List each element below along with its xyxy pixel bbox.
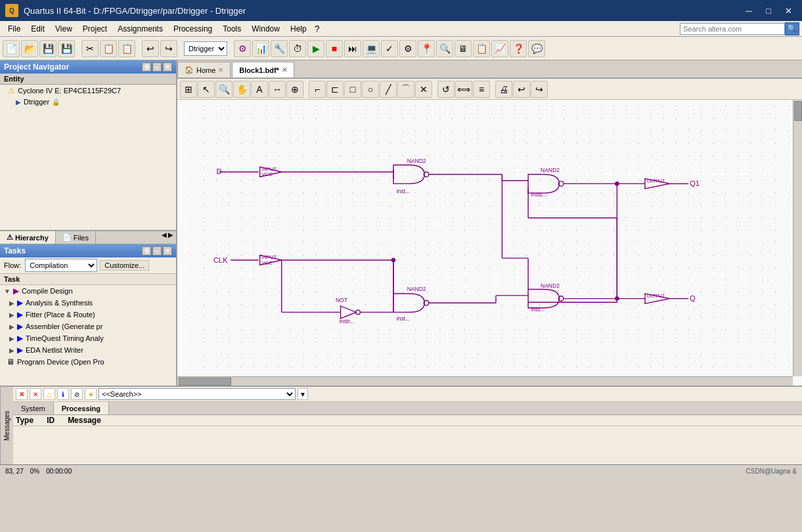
mirror-button[interactable]: ⟺ — [455, 81, 472, 98]
print-button[interactable]: 🖨 — [495, 81, 512, 98]
float-button[interactable]: ⎘ — [142, 62, 151, 72]
zoom-in-button[interactable]: 🔍 — [215, 81, 233, 98]
cut-button[interactable]: ✂ — [81, 40, 99, 57]
delete-button[interactable]: ✕ — [415, 81, 432, 98]
filter-info-button[interactable]: ℹ — [57, 388, 69, 400]
menu-tools[interactable]: Tools — [217, 23, 246, 35]
menu-assignments[interactable]: Assignments — [112, 23, 168, 35]
schematic-area[interactable]: D INPUT VCC CLK INPUT VCC — [177, 100, 802, 386]
tab-hierarchy[interactable]: ⚠ Hierarchy — [0, 231, 56, 244]
task-program-device[interactable]: 🖥 Program Device (Open Pro — [0, 356, 176, 368]
paste-button[interactable]: 📋 — [118, 40, 135, 57]
close-button[interactable]: ✕ — [780, 2, 797, 19]
menu-project[interactable]: Project — [78, 23, 112, 35]
menu-file[interactable]: File — [3, 23, 26, 35]
tasks-close-button[interactable]: ✕ — [163, 246, 172, 255]
fitter-button[interactable]: 🔧 — [271, 40, 288, 57]
global-search-input[interactable] — [680, 23, 785, 35]
corner-button[interactable]: ⌐ — [309, 81, 326, 98]
customize-button[interactable]: Customize... — [100, 260, 149, 271]
filter-error-button[interactable]: ✕ — [30, 388, 41, 400]
filter-star-button[interactable]: ★ — [85, 388, 97, 400]
filter-suppress-button[interactable]: ⊘ — [71, 388, 83, 400]
task-timequest[interactable]: ▶ ▶ TimeQuest Timing Analy — [0, 332, 176, 344]
redo-button[interactable]: ↪ — [160, 40, 177, 57]
settings-button[interactable]: ⚙ — [399, 40, 416, 57]
task-assembler[interactable]: ▶ ▶ Assembler (Generate pr — [0, 321, 176, 332]
block1-close-icon[interactable]: ✕ — [282, 66, 287, 74]
tooltip-button[interactable]: 💬 — [528, 40, 545, 57]
nav-next-icon[interactable]: ▶ — [168, 231, 173, 244]
min-panel-button[interactable]: ─ — [152, 62, 162, 72]
undo-button[interactable]: ↩ — [142, 40, 159, 57]
rtl-viewer-button[interactable]: 🔍 — [436, 40, 453, 57]
arc-button[interactable]: ⌒ — [397, 81, 414, 98]
reports-button[interactable]: 📈 — [491, 40, 508, 57]
menu-window[interactable]: Window — [246, 23, 285, 35]
new-file-button[interactable]: 📄 — [3, 40, 20, 57]
tab-system[interactable]: System — [13, 402, 54, 414]
task-eda-netlist[interactable]: ▶ ▶ EDA Netlist Writer — [0, 344, 176, 356]
save-button[interactable]: 💾 — [39, 40, 56, 57]
line-button[interactable]: ╱ — [380, 81, 397, 98]
close-panel-button[interactable]: ✕ — [163, 62, 172, 72]
tree-item-cyclone[interactable]: ⚠ Cyclone IV E: EP4CE115F29C7 — [0, 85, 176, 97]
horizontal-scrollbar[interactable] — [177, 376, 793, 386]
scrollbar-thumb-v[interactable] — [794, 101, 802, 121]
menu-edit[interactable]: Edit — [26, 23, 50, 35]
ellipse-button[interactable]: ○ — [362, 81, 379, 98]
message-search-dropdown[interactable]: <<Search>> — [99, 388, 296, 400]
maximize-button[interactable]: □ — [760, 2, 777, 19]
text-button[interactable]: A — [251, 81, 268, 98]
scrollbar-thumb-h[interactable] — [179, 378, 231, 386]
verify-button[interactable]: ✓ — [381, 40, 398, 57]
select-button[interactable]: ↖ — [198, 81, 215, 98]
stop-button[interactable]: ■ — [326, 40, 343, 57]
menu-view[interactable]: View — [50, 23, 78, 35]
pin-planner-button[interactable]: 📍 — [418, 40, 435, 57]
start-button[interactable]: ▶ — [307, 40, 324, 57]
search-button[interactable]: 🔍 — [785, 22, 799, 35]
bus-button[interactable]: ⊏ — [326, 81, 344, 98]
tasks-float-button[interactable]: ⎘ — [142, 246, 151, 255]
compile-button[interactable]: ⚙ — [234, 40, 251, 57]
tab-home[interactable]: 🏠 Home ✕ — [177, 62, 231, 78]
menu-help[interactable]: Help — [285, 23, 312, 35]
step-button[interactable]: ⏭ — [344, 40, 361, 57]
copy-button[interactable]: 📋 — [100, 40, 117, 57]
task-compile-design[interactable]: ▼ ▶ Compile Design — [0, 285, 176, 297]
analyze-button[interactable]: 📊 — [252, 40, 269, 57]
schematic-undo-button[interactable]: ↩ — [513, 81, 530, 98]
schematic-redo-button[interactable]: ↪ — [531, 81, 548, 98]
tab-block1[interactable]: Block1.bdf* ✕ — [232, 62, 294, 78]
tree-item-dtrigger[interactable]: ▶ Dtrigger 🔒 — [0, 97, 176, 107]
wire-button[interactable]: ↔ — [269, 81, 286, 98]
chip-planner-button[interactable]: 🖥 — [455, 40, 472, 57]
rotate-button[interactable]: ↺ — [437, 81, 455, 98]
filter-clear-button[interactable]: ✕ — [16, 388, 28, 400]
tab-files[interactable]: 📄 Files — [56, 231, 96, 244]
tab-processing[interactable]: Processing — [54, 402, 109, 414]
open-file-button[interactable]: 📂 — [21, 40, 38, 57]
project-dropdown[interactable]: Dtrigger — [184, 41, 227, 56]
timing-button[interactable]: ⏱ — [289, 40, 306, 57]
help-icon[interactable]: ? — [315, 24, 320, 34]
task-analysis-synthesis[interactable]: ▶ ▶ Analysis & Synthesis — [0, 297, 176, 309]
search-dropdown-btn[interactable]: ▼ — [298, 388, 308, 400]
fit-view-button[interactable]: ⊞ — [180, 81, 197, 98]
help-button[interactable]: ❓ — [510, 40, 527, 57]
tasks-min-button[interactable]: ─ — [152, 246, 162, 255]
align-button[interactable]: ≡ — [473, 81, 490, 98]
minimize-button[interactable]: ─ — [740, 2, 757, 19]
vertical-scrollbar[interactable] — [793, 100, 802, 376]
nav-prev-icon[interactable]: ◀ — [162, 231, 167, 244]
program-button[interactable]: 💻 — [363, 40, 380, 57]
save-all-button[interactable]: 💾 — [58, 40, 75, 57]
task-fitter[interactable]: ▶ ▶ Fitter (Place & Route) — [0, 309, 176, 321]
flow-dropdown[interactable]: Compilation — [25, 259, 97, 272]
rect-button[interactable]: □ — [344, 81, 361, 98]
pan-button[interactable]: ✋ — [233, 81, 250, 98]
filter-warning-button[interactable]: △ — [43, 388, 55, 400]
menu-processing[interactable]: Processing — [168, 23, 217, 35]
netlist-button[interactable]: 📋 — [473, 40, 490, 57]
